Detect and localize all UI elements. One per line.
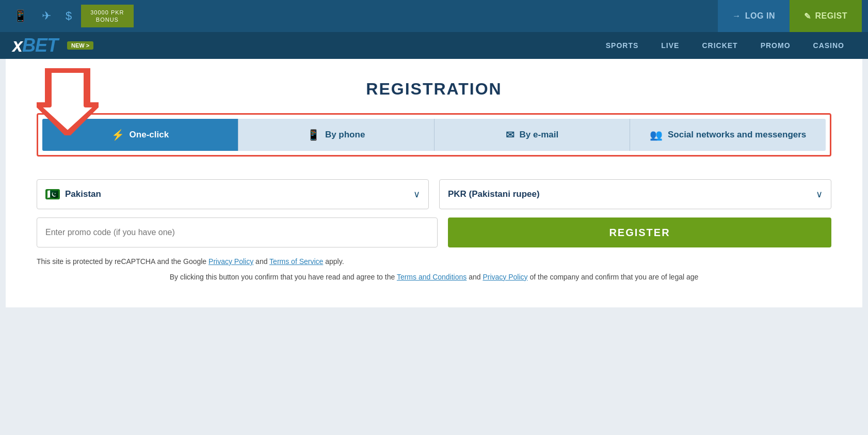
nav-sports[interactable]: SPORTS <box>594 32 650 59</box>
nav-promo[interactable]: PROMO <box>749 32 802 59</box>
registration-tabs: ⚡ One-click 📱 By phone ✉ By e-mail 👥 Soc… <box>42 119 826 151</box>
login-arrow-icon: → <box>732 11 741 21</box>
dollar-icon[interactable]: $ <box>66 9 72 23</box>
currency-chevron-icon: ∨ <box>816 189 823 200</box>
register-edit-icon: ✎ <box>804 11 811 21</box>
main-content: REGISTRATION ⚡ One-click 📱 By phone ✉ By… <box>6 59 862 307</box>
recaptcha-notice: This site is protected by reCAPTCHA and … <box>37 256 831 268</box>
pakistan-flag: 🇵🇰 <box>45 189 60 199</box>
phone-icon: 📱 <box>307 129 320 141</box>
bonus-button[interactable]: 30000 PKR BONUS <box>81 5 133 28</box>
terms-of-service-link[interactable]: Terms of Service <box>269 257 323 266</box>
tab-social[interactable]: 👥 Social networks and messengers <box>630 119 826 151</box>
currency-label: PKR (Pakistani rupee) <box>448 189 816 199</box>
nav-items: SPORTS LIVE CRICKET PROMO CASINO <box>109 32 856 59</box>
nav-cricket[interactable]: CRICKET <box>690 32 749 59</box>
email-icon: ✉ <box>506 129 515 141</box>
page-title: REGISTRATION <box>37 80 831 99</box>
form-row-2: REGISTER <box>37 218 831 247</box>
nav-live[interactable]: LIVE <box>650 32 690 59</box>
mobile-icon[interactable]: 📱 <box>13 9 27 23</box>
telegram-icon[interactable]: ✈ <box>42 9 51 23</box>
country-select[interactable]: 🇵🇰 Pakistan ∨ <box>37 179 429 209</box>
social-icon: 👥 <box>650 129 663 141</box>
new-badge[interactable]: NEW > <box>67 41 93 50</box>
header-nav: xBET NEW > SPORTS LIVE CRICKET PROMO CAS… <box>0 32 868 59</box>
form-row-1: 🇵🇰 Pakistan ∨ PKR (Pakistani rupee) ∨ <box>37 179 831 209</box>
promo-input-wrapper <box>37 218 438 247</box>
logo[interactable]: xBET <box>12 35 58 56</box>
top-bar: 📱 ✈ $ 30000 PKR BONUS → LOG IN ✎ REGIST <box>0 0 868 32</box>
down-arrow-annotation <box>37 68 99 137</box>
currency-select[interactable]: PKR (Pakistani rupee) ∨ <box>439 179 831 209</box>
tab-by-phone[interactable]: 📱 By phone <box>238 119 435 151</box>
registration-tabs-container: ⚡ One-click 📱 By phone ✉ By e-mail 👥 Soc… <box>37 113 831 157</box>
login-button[interactable]: → LOG IN <box>718 0 790 32</box>
register-button-top[interactable]: ✎ REGIST <box>790 0 862 32</box>
register-button[interactable]: REGISTER <box>448 218 831 247</box>
lightning-icon: ⚡ <box>111 129 124 141</box>
terms-conditions-link[interactable]: Terms and Conditions <box>397 273 467 281</box>
country-chevron-icon: ∨ <box>413 189 420 200</box>
legal-text: This site is protected by reCAPTCHA and … <box>37 256 831 284</box>
country-label: Pakistan <box>65 189 413 199</box>
registration-form: 🇵🇰 Pakistan ∨ PKR (Pakistani rupee) ∨ RE… <box>37 171 831 247</box>
nav-casino[interactable]: CASINO <box>802 32 856 59</box>
consent-notice: By clicking this button you confirm that… <box>37 271 831 284</box>
tab-by-email[interactable]: ✉ By e-mail <box>435 119 631 151</box>
privacy-policy-link[interactable]: Privacy Policy <box>208 257 253 266</box>
promo-code-input[interactable] <box>45 228 429 237</box>
privacy-policy-link-2[interactable]: Privacy Policy <box>483 273 527 281</box>
